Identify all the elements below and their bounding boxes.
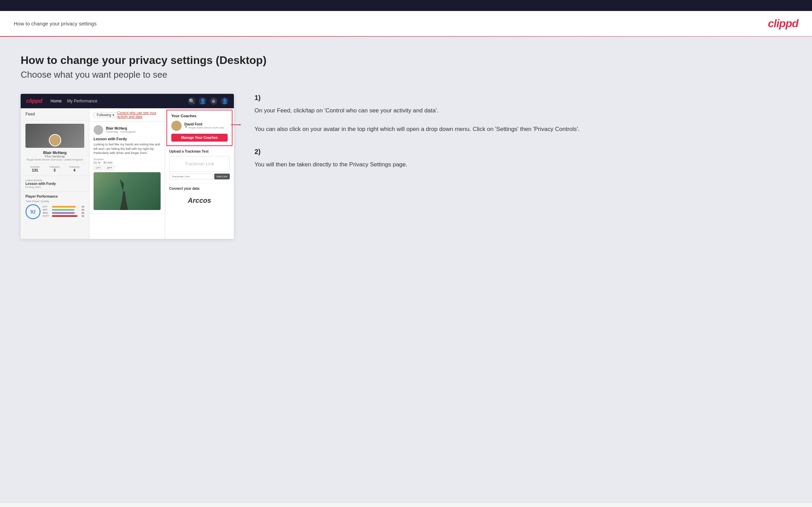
search-icon[interactable]: 🔍 [188,97,195,105]
control-link[interactable]: Control who can see your activity and da… [117,111,161,119]
app-nav-icons: 🔍 👤 ⊕ 👤 [188,97,228,105]
app-right-sidebar: Your Coaches David Ford 📍 Royal North De… [165,108,234,239]
post-author-row: Blair McHarg Yesterday · Sunningdale [94,125,161,135]
profile-stats: Activities 131 Followers 3 Following 4 [25,163,84,172]
stat-followers: Followers 3 [50,166,60,172]
instructions-panel: 1) On your Feed, click/tap on 'Control w… [248,94,791,183]
coach-row: David Ford 📍 Royal North Devon Golf Club [171,121,228,131]
nav-my-performance[interactable]: My Performance [67,99,97,103]
stat-following: Following 4 [69,166,79,172]
feed-header: Following ▾ Control who can see your act… [89,108,165,122]
quality-row: 92 OTT 90 APP [25,204,84,219]
profile-club: Royal North Devon Golf Club, United King… [25,158,84,161]
clippd-logo: clippd [768,17,798,30]
coach-avatar [171,121,182,131]
trackman-input-row: Add Link [169,174,230,179]
post-duration: Duration 01 hr : 30 min [94,157,161,164]
bar-putt: PUTT 96 [43,215,84,217]
post-avatar [94,125,103,135]
app-sidebar: Feed Blair McHarg Plus Handicap Royal No… [21,108,89,239]
app-navbar: clippd Home My Performance 🔍 👤 ⊕ 👤 [21,94,234,108]
bar-app: APP 85 [43,209,84,211]
app-body: Feed Blair McHarg Plus Handicap Royal No… [21,108,234,239]
main-content: How to change your privacy settings (Des… [0,37,812,503]
quality-bars: OTT 90 APP 85 [43,206,84,218]
instruction-2: 2) You will then be taken directly to th… [255,148,791,169]
manage-coaches-button[interactable]: Manage Your Coaches [171,134,228,142]
app-mockup: clippd Home My Performance 🔍 👤 ⊕ 👤 Feed [21,94,234,239]
player-performance: Player Performance Total Player Quality … [21,192,89,222]
highlight-box: Your Coaches David Ford 📍 Royal North De… [166,110,232,146]
stat-activities: Activities 131 [30,166,40,172]
app-mockup-logo: clippd [26,98,42,104]
tag-app: APP [105,166,114,170]
trackman-input[interactable] [169,174,213,179]
post-card: Blair McHarg Yesterday · Sunningdale Les… [89,122,165,214]
instruction-2-number: 2) [255,148,791,156]
trackman-section: Upload a Trackman Test Trackman Link Add… [165,146,234,183]
bar-arg: ARG 86 [43,212,84,214]
post-tags: OTT APP [94,166,161,170]
page-subheading: Choose what you want people to see [21,69,791,80]
footer: Copyright Clippd 2022 [0,503,812,507]
latest-activity: Latest Activity Lesson with Fordy 03 Aug… [21,176,89,192]
add-circle-icon[interactable]: ⊕ [210,97,217,105]
add-link-button[interactable]: Add Link [214,174,230,179]
golfer-silhouette [114,179,134,210]
arccos-logo: Arccos [169,193,230,208]
feed-tab[interactable]: Feed [21,108,89,120]
annotation-arrow [231,124,241,125]
instruction-1-number: 1) [255,94,791,102]
avatar-icon[interactable]: 👤 [221,97,228,105]
connect-section: Connect your data Arccos [165,183,234,211]
app-mockup-wrapper: clippd Home My Performance 🔍 👤 ⊕ 👤 Feed [21,94,234,239]
header: How to change your privacy settings clip… [0,11,812,36]
post-image [94,172,161,210]
quality-score: 92 [25,204,41,219]
profile-handicap: Plus Handicap [25,155,84,158]
person-icon[interactable]: 👤 [199,97,206,105]
content-row: clippd Home My Performance 🔍 👤 ⊕ 👤 Feed [21,94,791,239]
tag-ott: OTT [94,166,103,170]
following-button[interactable]: Following ▾ [94,112,117,118]
instruction-1-text: On your Feed, click/tap on 'Control who … [255,106,791,134]
profile-image-area [25,124,84,148]
coaches-section: Your Coaches David Ford 📍 Royal North De… [167,110,232,145]
bar-ott: OTT 90 [43,206,84,208]
profile-avatar [49,134,61,146]
svg-marker-1 [239,124,241,125]
nav-home[interactable]: Home [51,99,62,103]
app-feed: Following ▾ Control who can see your act… [89,108,165,239]
profile-name: Blair McHarg [25,151,84,155]
page-heading: How to change your privacy settings (Des… [21,54,791,67]
trackman-placeholder: Trackman Link [169,156,230,172]
instruction-2-text: You will then be taken directly to the P… [255,160,791,169]
header-title: How to change your privacy settings [14,21,97,26]
instruction-1: 1) On your Feed, click/tap on 'Control w… [255,94,791,134]
top-bar [0,0,812,11]
profile-section: Blair McHarg Plus Handicap Royal North D… [21,120,89,176]
